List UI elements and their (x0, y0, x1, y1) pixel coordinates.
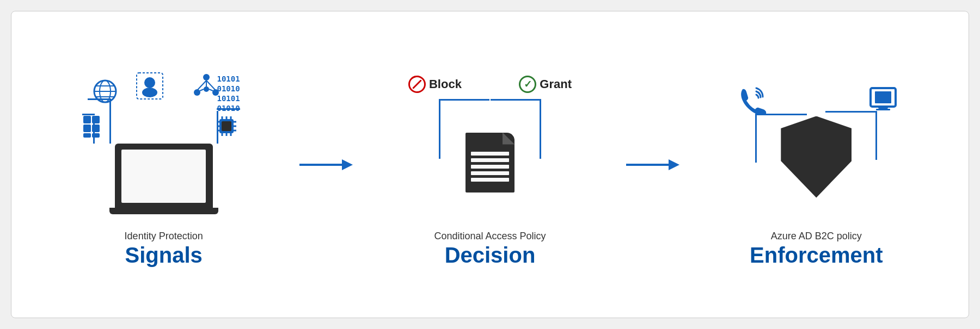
laptop-screen (121, 150, 206, 203)
svg-rect-43 (878, 107, 888, 109)
svg-point-6 (144, 77, 155, 88)
signals-illustration: 10101010101010101010 (77, 67, 251, 220)
enforcement-title: Enforcement (750, 243, 883, 268)
doc-line (471, 178, 509, 182)
shield-icon (781, 116, 852, 198)
svg-line-13 (200, 89, 204, 91)
decision-subtitle: Conditional Access Policy (434, 231, 546, 242)
svg-point-9 (194, 89, 200, 96)
svg-point-8 (203, 74, 210, 80)
shield-shape (781, 116, 852, 198)
laptop-base (109, 208, 218, 214)
svg-rect-20 (92, 125, 100, 132)
svg-rect-42 (875, 91, 891, 103)
decision-icon-area: Block ✓ Grant (397, 62, 583, 225)
doc-lines (471, 152, 509, 184)
laptop-body (115, 144, 213, 209)
enforcement-labels: Azure AD B2C policy Enforcement (750, 231, 883, 268)
diagram-container: 10101010101010101010 (11, 11, 969, 318)
block-icon (408, 76, 426, 93)
signals-icon-area: 10101010101010101010 (77, 62, 251, 225)
decision-title: Decision (434, 243, 546, 268)
dec-block-connector-v (439, 99, 440, 159)
enforcement-section: Azure AD B2C policy Enforcement (686, 62, 947, 268)
phone-icon (734, 84, 767, 122)
globe-icon (92, 78, 118, 109)
user-face-icon (136, 72, 164, 102)
tablet-icon (867, 83, 899, 120)
decision-section: Block ✓ Grant (359, 62, 620, 268)
svg-line-14 (209, 89, 213, 91)
arrow-icon (626, 157, 681, 173)
svg-rect-22 (92, 133, 100, 138)
svg-rect-44 (876, 109, 890, 110)
dec-block-connector-h (439, 99, 489, 101)
decision-illustration: Block ✓ Grant (397, 67, 583, 220)
doc-line (471, 165, 509, 169)
arrow-icon (299, 157, 354, 173)
grant-text: Grant (540, 77, 572, 91)
block-label: Block (408, 76, 462, 93)
dec-grant-connector-h (491, 99, 541, 101)
svg-rect-17 (83, 116, 91, 123)
grid-icon (82, 115, 107, 144)
arrow-1 (294, 157, 359, 173)
doc-line (471, 152, 509, 156)
signals-title: Signals (125, 243, 203, 268)
svg-point-7 (142, 88, 157, 97)
arrow-2 (621, 157, 686, 173)
doc-corner (503, 133, 514, 145)
decision-labels: Conditional Access Policy Decision (434, 231, 546, 268)
grant-icon: ✓ (519, 76, 536, 93)
svg-marker-40 (669, 159, 679, 170)
svg-marker-38 (342, 159, 353, 170)
binary-icon: 10101010101010101010 (217, 74, 240, 114)
svg-rect-21 (83, 133, 91, 138)
chip-icon (214, 114, 239, 142)
enforcement-subtitle: Azure AD B2C policy (750, 231, 883, 242)
svg-rect-18 (92, 116, 100, 123)
svg-rect-19 (83, 125, 91, 132)
dec-grant-connector-v (540, 99, 541, 159)
enforcement-icon-area (718, 62, 914, 225)
doc-line (471, 171, 509, 175)
signals-labels: Identity Protection Signals (125, 231, 203, 268)
signals-subtitle: Identity Protection (125, 231, 203, 242)
doc-line (471, 158, 509, 162)
signals-section: 10101010101010101010 (33, 62, 294, 268)
svg-point-11 (204, 86, 209, 92)
document-icon (465, 133, 514, 193)
svg-rect-24 (222, 121, 231, 131)
block-text: Block (429, 77, 462, 91)
enforcement-illustration (718, 67, 914, 220)
grant-label: ✓ Grant (519, 76, 572, 93)
